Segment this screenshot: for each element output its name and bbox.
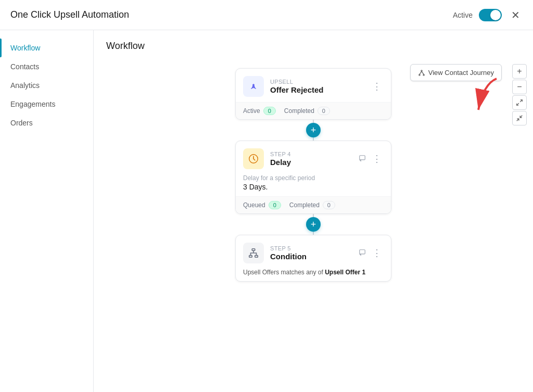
node-delay-value: 3 Days.: [243, 183, 384, 191]
node-condition-comment-button[interactable]: [357, 247, 368, 260]
node-upsell-icon-area: Upsell Offer Rejected: [243, 76, 370, 97]
node-condition-description: Upsell Offers matches any of Upsell Offe…: [243, 269, 384, 276]
svg-rect-13: [255, 256, 258, 258]
condition-icon: [243, 243, 264, 263]
node-upsell-actions: ⋮: [370, 80, 384, 93]
close-button[interactable]: ✕: [508, 8, 523, 22]
node-upsell-active-stat: Active 0: [243, 107, 276, 115]
node-condition-actions: ⋮: [357, 246, 384, 260]
svg-rect-14: [360, 249, 365, 254]
node-condition-body: Upsell Offers matches any of Upsell Offe…: [236, 269, 391, 281]
node-upsell-title: Offer Rejected: [270, 85, 324, 94]
node-condition[interactable]: Step 5 Condition: [235, 235, 391, 282]
sidebar-item-contacts[interactable]: Contacts: [0, 57, 93, 76]
connector-1: +: [313, 120, 314, 141]
page-title: One Click Upsell Automation: [10, 9, 129, 20]
svg-rect-11: [252, 249, 255, 251]
active-toggle[interactable]: [479, 9, 502, 21]
node-upsell[interactable]: Upsell Offer Rejected ⋮ Active: [235, 68, 391, 120]
add-step-2-button[interactable]: +: [306, 217, 321, 232]
node-upsell-completed-badge: 0: [318, 107, 330, 115]
node-condition-title: Condition: [270, 252, 307, 261]
node-delay-actions: ⋮: [357, 152, 384, 166]
node-delay[interactable]: Step 4 Delay: [235, 141, 391, 214]
node-condition-menu-button[interactable]: ⋮: [370, 246, 384, 260]
view-contact-journey-button[interactable]: View Contact Journey: [410, 64, 502, 81]
journey-icon: [418, 69, 425, 77]
svg-point-0: [421, 70, 422, 71]
node-delay-title: Delay: [270, 158, 291, 167]
workflow-heading: Workflow: [94, 30, 533, 58]
svg-line-6: [520, 116, 522, 118]
node-delay-top: Step 4 Delay: [236, 141, 391, 174]
node-delay-queued-badge: 0: [269, 201, 281, 209]
workflow-nodes: Upsell Offer Rejected ⋮ Active: [104, 63, 523, 297]
header-controls: Active ✕: [453, 8, 523, 22]
workflow-canvas: View Contact Journey + −: [94, 58, 533, 392]
node-upsell-completed-stat: Completed 0: [284, 107, 330, 115]
sidebar-item-workflow[interactable]: Workflow: [0, 39, 93, 57]
svg-rect-12: [249, 256, 252, 258]
header: One Click Upsell Automation Active ✕: [0, 0, 533, 30]
zoom-in-button[interactable]: +: [512, 64, 527, 79]
node-condition-icon-area: Step 5 Condition: [243, 243, 357, 263]
node-condition-top: Step 5 Condition: [236, 235, 391, 269]
node-delay-body: Delay for a specific period 3 Days.: [236, 174, 391, 196]
svg-line-4: [517, 103, 519, 105]
node-delay-icon-area: Step 4 Delay: [243, 148, 357, 169]
node-delay-menu-button[interactable]: ⋮: [370, 152, 384, 166]
active-label: Active: [453, 11, 473, 19]
svg-point-1: [419, 74, 420, 75]
zoom-out-button[interactable]: −: [512, 80, 527, 94]
node-upsell-footer: Active 0 Completed 0: [236, 102, 391, 119]
svg-line-3: [520, 100, 522, 102]
sidebar: Workflow Contacts Analytics Engagements …: [0, 30, 94, 392]
svg-point-8: [253, 84, 254, 85]
node-delay-comment-button[interactable]: [357, 153, 368, 166]
svg-rect-10: [360, 155, 365, 159]
node-delay-footer: Queued 0 Completed 0: [236, 196, 391, 213]
main-layout: Workflow Contacts Analytics Engagements …: [0, 30, 533, 392]
node-delay-type: Step 4: [270, 151, 291, 157]
svg-line-5: [517, 119, 519, 121]
add-step-1-button[interactable]: +: [306, 123, 321, 137]
node-upsell-top: Upsell Offer Rejected ⋮: [236, 69, 391, 102]
node-upsell-labels: Upsell Offer Rejected: [270, 79, 324, 94]
node-delay-queued-stat: Queued 0: [243, 201, 281, 209]
collapse-button[interactable]: [512, 111, 527, 125]
node-delay-completed-badge: 0: [323, 201, 335, 209]
sidebar-item-analytics[interactable]: Analytics: [0, 76, 93, 95]
delay-icon: [243, 148, 264, 169]
node-delay-description: Delay for a specific period: [243, 174, 384, 182]
node-condition-type: Step 5: [270, 245, 307, 251]
sidebar-item-engagements[interactable]: Engagements: [0, 95, 93, 113]
sidebar-item-orders[interactable]: Orders: [0, 113, 93, 132]
connector-2: +: [313, 214, 314, 235]
svg-point-2: [423, 74, 424, 75]
node-upsell-menu-button[interactable]: ⋮: [370, 80, 384, 93]
upsell-icon: [243, 76, 264, 97]
expand-button[interactable]: [512, 95, 527, 110]
node-condition-labels: Step 5 Condition: [270, 245, 307, 261]
canvas-scroll-area[interactable]: Upsell Offer Rejected ⋮ Active: [94, 58, 533, 392]
node-upsell-type: Upsell: [270, 79, 324, 85]
node-delay-labels: Step 4 Delay: [270, 151, 291, 167]
main-content: Workflow View Contact Journey + −: [94, 30, 533, 392]
node-upsell-active-badge: 0: [263, 107, 276, 115]
node-delay-completed-stat: Completed 0: [289, 201, 335, 209]
zoom-controls: + −: [512, 64, 527, 125]
